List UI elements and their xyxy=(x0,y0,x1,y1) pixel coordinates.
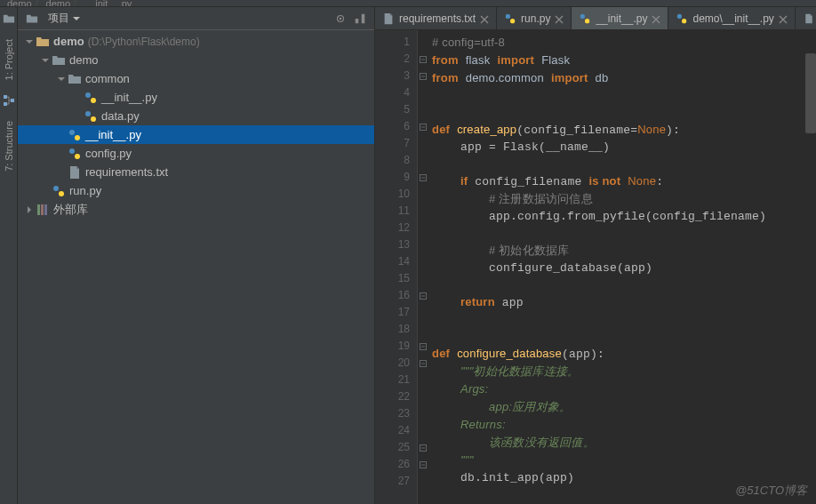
editor-tab-bar: requirements.txt run.py __init__.py demo… xyxy=(375,7,816,30)
close-icon[interactable] xyxy=(555,14,564,23)
python-file-icon xyxy=(84,109,98,124)
tree-file[interactable]: requirements.txt xyxy=(18,163,374,181)
tree-file[interactable]: run.py xyxy=(18,181,374,200)
tree-file[interactable]: config.py xyxy=(18,144,374,163)
text-file-icon xyxy=(382,12,395,25)
text-file-icon xyxy=(803,12,815,25)
folder-icon xyxy=(68,72,82,86)
fold-gutter[interactable] xyxy=(418,30,428,504)
python-file-icon xyxy=(676,12,688,25)
structure-tool-icon[interactable] xyxy=(3,94,15,107)
breadcrumb: demo 〉 demo 〉 __init__.py xyxy=(0,0,816,7)
line-number-gutter: 1234567891011121314151617181920212223242… xyxy=(375,30,418,504)
tree-label: __init__.py xyxy=(101,91,157,104)
close-icon[interactable] xyxy=(652,14,660,23)
svg-rect-8 xyxy=(4,95,7,99)
dropdown-icon[interactable] xyxy=(73,15,80,22)
chevron-down-icon[interactable] xyxy=(39,54,52,67)
vertical-scrollbar[interactable] xyxy=(805,53,816,504)
python-file-icon xyxy=(52,184,66,198)
close-icon[interactable] xyxy=(779,14,788,23)
tree-file[interactable]: __init__.py xyxy=(18,88,374,107)
tree-label: data.py xyxy=(101,109,140,123)
tree-folder[interactable]: demo xyxy=(18,51,374,69)
editor-tab[interactable]: run.py xyxy=(497,7,572,29)
left-tool-strip: 1: Project 7: Structure xyxy=(0,7,18,504)
project-tree[interactable]: demo (D:\Python\Flask\demo) demo common … xyxy=(18,30,374,504)
tab-label: run.py xyxy=(521,12,550,25)
python-file-icon xyxy=(504,12,516,25)
settings-icon[interactable] xyxy=(333,12,348,26)
python-file-icon xyxy=(68,147,82,161)
svg-rect-9 xyxy=(4,102,7,106)
python-file-icon xyxy=(68,128,82,142)
svg-rect-10 xyxy=(11,99,14,102)
tab-label: __init__.py xyxy=(596,12,647,25)
code-editor[interactable]: 1234567891011121314151617181920212223242… xyxy=(375,30,816,504)
tree-label: demo xyxy=(69,53,99,67)
tree-label: run.py xyxy=(69,184,101,197)
structure-tool-button[interactable]: 7: Structure xyxy=(4,117,14,175)
python-file-icon xyxy=(84,91,98,105)
breadcrumb-item[interactable]: __init__.py xyxy=(83,0,133,7)
tree-label: demo xyxy=(53,35,84,48)
tab-label: requirements.txt xyxy=(399,12,476,25)
tree-file-selected[interactable]: __init__.py xyxy=(18,125,374,144)
chevron-down-icon[interactable] xyxy=(23,36,36,48)
tab-label: demo\__init__.py xyxy=(692,12,773,25)
panel-title: 项目 xyxy=(48,11,69,26)
tree-label: config.py xyxy=(85,147,132,160)
breadcrumb-item[interactable]: demo xyxy=(44,0,73,7)
scrollbar-thumb[interactable] xyxy=(805,53,816,133)
project-panel: 项目 demo (D:\Python\Flask\demo) demo comm… xyxy=(18,7,375,504)
chevron-right-icon: 〉 xyxy=(34,0,44,7)
editor-tab[interactable]: demo\__init__.py xyxy=(668,7,795,29)
tree-root[interactable]: demo (D:\Python\Flask\demo) xyxy=(18,32,374,51)
more-tabs-button[interactable] xyxy=(796,7,816,29)
editor-area: requirements.txt run.py __init__.py demo… xyxy=(375,7,816,504)
project-tool-icon[interactable] xyxy=(3,12,15,25)
hide-panel-icon[interactable] xyxy=(353,12,367,26)
folder-icon xyxy=(36,35,50,49)
tree-label: common xyxy=(85,72,130,85)
tree-path-hint: (D:\Python\Flask\demo) xyxy=(88,36,200,48)
code-content[interactable]: # config=utf-8 from flask import Flask f… xyxy=(428,30,816,504)
chevron-right-icon: 〉 xyxy=(72,0,83,7)
tree-label: __init__.py xyxy=(85,128,141,141)
chevron-right-icon[interactable] xyxy=(23,204,36,216)
tree-label: requirements.txt xyxy=(85,165,168,179)
breadcrumb-item[interactable]: demo xyxy=(5,0,34,7)
editor-tab-active[interactable]: __init__.py xyxy=(572,7,668,29)
library-icon xyxy=(36,203,50,217)
tree-label: 外部库 xyxy=(53,202,88,218)
chevron-down-icon[interactable] xyxy=(55,73,68,85)
close-icon[interactable] xyxy=(480,14,489,23)
tree-external-libs[interactable]: 外部库 xyxy=(18,200,374,219)
tree-folder[interactable]: common xyxy=(18,69,374,88)
python-file-icon xyxy=(579,12,591,25)
project-panel-header: 项目 xyxy=(18,7,374,30)
folder-icon xyxy=(52,53,66,68)
text-file-icon xyxy=(68,165,82,180)
project-tab-icon xyxy=(25,12,39,26)
project-tool-button[interactable]: 1: Project xyxy=(4,36,14,84)
tree-file[interactable]: data.py xyxy=(18,107,374,125)
editor-tab[interactable]: requirements.txt xyxy=(375,7,497,29)
ide-window: demo 〉 demo 〉 __init__.py 1: Project 7: … xyxy=(0,0,816,504)
